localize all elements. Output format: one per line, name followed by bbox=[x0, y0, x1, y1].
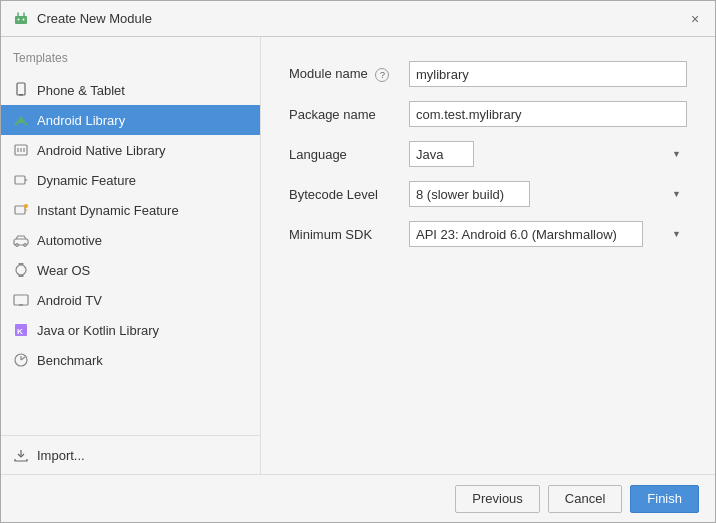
svg-rect-0 bbox=[15, 16, 27, 24]
sidebar-item-label: Dynamic Feature bbox=[37, 173, 136, 188]
svg-rect-4 bbox=[19, 94, 23, 96]
dialog-content: Templates Phone & Tablet Android Librar bbox=[1, 37, 715, 474]
sidebar-import-label: Import... bbox=[37, 448, 85, 463]
sidebar-section-label: Templates bbox=[1, 45, 260, 75]
instant-icon bbox=[13, 202, 29, 218]
sidebar-item-benchmark[interactable]: Benchmark bbox=[1, 345, 260, 375]
svg-text:K: K bbox=[17, 327, 23, 336]
main-form: Module name ? Package name Language Java… bbox=[261, 37, 715, 474]
bytecode-row: Bytecode Level 8 (slower build) 7 6 bbox=[289, 181, 687, 207]
sidebar-item-dynamic-feature[interactable]: Dynamic Feature bbox=[1, 165, 260, 195]
svg-rect-20 bbox=[14, 295, 28, 305]
library-icon bbox=[13, 112, 29, 128]
sidebar-item-android-native[interactable]: Android Native Library bbox=[1, 135, 260, 165]
svg-rect-11 bbox=[15, 176, 25, 184]
package-name-row: Package name bbox=[289, 101, 687, 127]
svg-point-2 bbox=[23, 18, 25, 20]
svg-point-13 bbox=[24, 204, 28, 208]
bytecode-label: Bytecode Level bbox=[289, 187, 409, 202]
bytecode-select[interactable]: 8 (slower build) 7 6 bbox=[409, 181, 530, 207]
phone-icon bbox=[13, 82, 29, 98]
auto-icon bbox=[13, 232, 29, 248]
close-button[interactable]: × bbox=[687, 11, 703, 27]
cancel-button[interactable]: Cancel bbox=[548, 485, 622, 513]
sidebar-item-android-tv[interactable]: Android TV bbox=[1, 285, 260, 315]
sidebar-item-wear-os[interactable]: Wear OS bbox=[1, 255, 260, 285]
module-name-row: Module name ? bbox=[289, 61, 687, 87]
sidebar-item-label: Wear OS bbox=[37, 263, 90, 278]
svg-rect-19 bbox=[19, 275, 24, 277]
sidebar-item-label: Android TV bbox=[37, 293, 102, 308]
svg-point-1 bbox=[18, 18, 20, 20]
sidebar-item-label: Java or Kotlin Library bbox=[37, 323, 159, 338]
min-sdk-select[interactable]: API 23: Android 6.0 (Marshmallow) API 21… bbox=[409, 221, 643, 247]
svg-rect-18 bbox=[19, 263, 24, 265]
finish-button[interactable]: Finish bbox=[630, 485, 699, 513]
sidebar-item-label: Benchmark bbox=[37, 353, 103, 368]
dialog-icon bbox=[13, 11, 29, 27]
module-name-input[interactable] bbox=[409, 61, 687, 87]
min-sdk-select-wrapper: API 23: Android 6.0 (Marshmallow) API 21… bbox=[409, 221, 687, 247]
svg-point-5 bbox=[15, 123, 18, 126]
titlebar-left: Create New Module bbox=[13, 11, 152, 27]
language-row: Language Java Kotlin bbox=[289, 141, 687, 167]
titlebar: Create New Module × bbox=[1, 1, 715, 37]
dynamic-icon bbox=[13, 172, 29, 188]
kotlin-icon: K bbox=[13, 322, 29, 338]
sidebar: Templates Phone & Tablet Android Librar bbox=[1, 37, 261, 474]
sidebar-item-import[interactable]: Import... bbox=[1, 440, 260, 470]
language-label: Language bbox=[289, 147, 409, 162]
sidebar-item-label: Instant Dynamic Feature bbox=[37, 203, 179, 218]
sidebar-item-java-kotlin[interactable]: K Java or Kotlin Library bbox=[1, 315, 260, 345]
dialog-title: Create New Module bbox=[37, 11, 152, 26]
sidebar-item-instant-dynamic[interactable]: Instant Dynamic Feature bbox=[1, 195, 260, 225]
svg-rect-12 bbox=[15, 206, 25, 214]
native-icon bbox=[13, 142, 29, 158]
wear-icon bbox=[13, 262, 29, 278]
sidebar-item-label: Phone & Tablet bbox=[37, 83, 125, 98]
sidebar-item-label: Android Library bbox=[37, 113, 125, 128]
sidebar-item-android-library[interactable]: Android Library bbox=[1, 105, 260, 135]
sidebar-item-label: Android Native Library bbox=[37, 143, 166, 158]
min-sdk-row: Minimum SDK API 23: Android 6.0 (Marshma… bbox=[289, 221, 687, 247]
sidebar-bottom: Import... bbox=[1, 435, 260, 474]
sidebar-item-phone-tablet[interactable]: Phone & Tablet bbox=[1, 75, 260, 105]
svg-rect-3 bbox=[17, 83, 25, 95]
svg-point-17 bbox=[16, 265, 26, 275]
bench-icon bbox=[13, 352, 29, 368]
module-name-help-icon[interactable]: ? bbox=[375, 68, 389, 82]
sidebar-item-label: Automotive bbox=[37, 233, 102, 248]
svg-point-6 bbox=[25, 123, 28, 126]
tv-icon bbox=[13, 292, 29, 308]
package-name-label: Package name bbox=[289, 107, 409, 122]
footer: Previous Cancel Finish bbox=[1, 474, 715, 522]
import-icon bbox=[13, 447, 29, 463]
create-new-module-dialog: Create New Module × Templates Phone & Ta… bbox=[0, 0, 716, 523]
min-sdk-label: Minimum SDK bbox=[289, 227, 409, 242]
package-name-input[interactable] bbox=[409, 101, 687, 127]
bytecode-select-wrapper: 8 (slower build) 7 6 bbox=[409, 181, 687, 207]
language-select-wrapper: Java Kotlin bbox=[409, 141, 687, 167]
previous-button[interactable]: Previous bbox=[455, 485, 540, 513]
sidebar-item-automotive[interactable]: Automotive bbox=[1, 225, 260, 255]
module-name-label: Module name ? bbox=[289, 66, 409, 82]
language-select[interactable]: Java Kotlin bbox=[409, 141, 474, 167]
